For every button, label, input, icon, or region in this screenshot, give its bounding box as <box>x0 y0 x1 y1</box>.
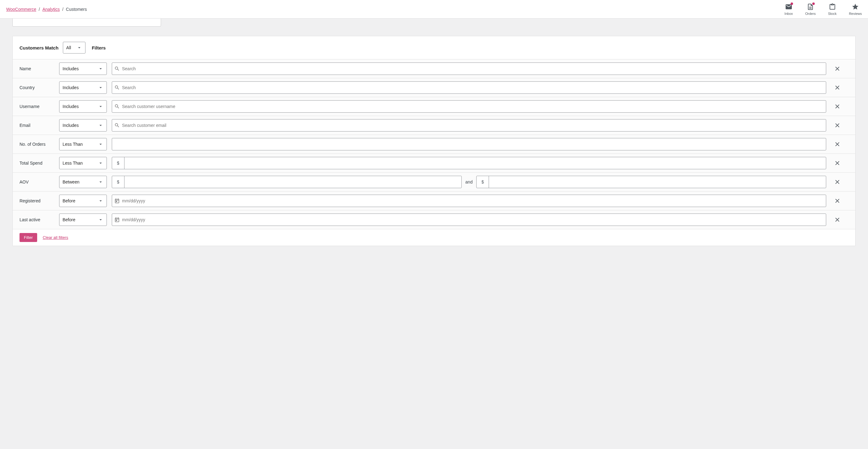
close-icon <box>834 141 841 148</box>
breadcrumb: WooCommerce / Analytics / Customers <box>6 7 87 12</box>
nav-reviews-label: Reviews <box>849 12 862 15</box>
breadcrumb-sep: / <box>39 7 40 12</box>
match-select[interactable]: All <box>63 42 86 54</box>
operator-value: Less Than <box>63 142 83 147</box>
star-icon <box>851 3 859 10</box>
remove-spend-filter[interactable] <box>831 157 843 169</box>
currency-symbol: $ <box>476 176 489 188</box>
breadcrumb-sep: / <box>62 7 63 12</box>
match-select-value: All <box>66 45 71 50</box>
operator-value: Before <box>63 198 75 203</box>
chevron-down-icon <box>98 66 103 71</box>
name-operator-select[interactable]: Includes <box>59 63 107 75</box>
orders-input-wrap <box>112 138 826 150</box>
nav-inbox-label: Inbox <box>784 12 793 15</box>
operator-value: Less Than <box>63 161 83 165</box>
filter-row-spend: Total Spend Less Than $ <box>13 154 855 173</box>
breadcrumb-current: Customers <box>66 7 87 12</box>
username-operator-select[interactable]: Includes <box>59 100 107 113</box>
filter-button[interactable]: Filter <box>20 233 37 242</box>
nav-reviews[interactable]: Reviews <box>849 3 862 15</box>
top-header: WooCommerce / Analytics / Customers Inbo… <box>0 0 868 19</box>
aov-max-wrap: $ <box>476 176 826 188</box>
remove-email-filter[interactable] <box>831 119 843 131</box>
aov-between-wrap: $ and $ <box>112 176 826 188</box>
nav-stock[interactable]: Stock <box>828 3 837 15</box>
last-active-date-input[interactable] <box>122 214 826 226</box>
breadcrumb-woocommerce[interactable]: WooCommerce <box>6 7 36 12</box>
spend-operator-select[interactable]: Less Than <box>59 157 107 169</box>
filters-card-header: Customers Match All Filters <box>13 36 855 59</box>
chevron-down-icon <box>98 85 103 90</box>
registered-date-input[interactable] <box>122 195 826 207</box>
remove-registered-filter[interactable] <box>831 195 843 207</box>
email-search-input[interactable] <box>122 120 826 131</box>
filter-row-orders: No. of Orders Less Than <box>13 135 855 154</box>
email-operator-select[interactable]: Includes <box>59 119 107 131</box>
chevron-down-icon <box>98 179 103 185</box>
operator-value: Before <box>63 217 75 222</box>
calendar-icon <box>112 198 122 203</box>
close-icon <box>834 160 841 166</box>
nav-orders-label: Orders <box>805 12 816 15</box>
between-and-label: and <box>465 180 472 185</box>
remove-aov-filter[interactable] <box>831 176 843 188</box>
breadcrumb-analytics[interactable]: Analytics <box>42 7 60 12</box>
close-icon <box>834 179 841 185</box>
notification-dot <box>812 2 815 5</box>
close-icon <box>834 216 841 223</box>
row-label: Username <box>20 104 54 109</box>
search-icon <box>112 123 122 128</box>
currency-symbol: $ <box>112 176 124 188</box>
filters-card: Customers Match All Filters Name Include… <box>12 36 856 246</box>
clear-filters-link[interactable]: Clear all filters <box>43 235 68 240</box>
chevron-down-icon <box>76 45 82 51</box>
filter-row-registered: Registered Before <box>13 192 855 211</box>
username-search-input[interactable] <box>122 101 826 112</box>
aov-operator-select[interactable]: Between <box>59 176 107 188</box>
last-active-operator-select[interactable]: Before <box>59 214 107 226</box>
email-search-wrap <box>112 119 826 131</box>
remove-username-filter[interactable] <box>831 100 843 113</box>
chevron-down-icon <box>98 160 103 166</box>
notification-dot <box>790 2 793 5</box>
operator-value: Includes <box>63 104 79 109</box>
operator-value: Between <box>63 180 79 185</box>
remove-name-filter[interactable] <box>831 63 843 75</box>
nav-inbox[interactable]: Inbox <box>784 3 793 15</box>
aov-min-wrap: $ <box>112 176 462 188</box>
country-operator-select[interactable]: Includes <box>59 82 107 94</box>
customers-match-label: Customers Match <box>20 45 59 51</box>
row-label: Registered <box>20 198 54 203</box>
row-label: No. of Orders <box>20 142 54 147</box>
aov-max-input[interactable] <box>489 176 826 188</box>
nav-orders[interactable]: Orders <box>805 3 816 15</box>
search-icon <box>112 66 122 71</box>
remove-orders-filter[interactable] <box>831 138 843 150</box>
row-label: AOV <box>20 180 54 185</box>
username-search-wrap <box>112 100 826 113</box>
registered-operator-select[interactable]: Before <box>59 195 107 207</box>
chevron-down-icon <box>98 141 103 147</box>
row-label: Email <box>20 123 54 128</box>
chevron-down-icon <box>98 198 103 203</box>
filter-row-name: Name Includes <box>13 59 855 78</box>
filters-label: Filters <box>92 45 105 51</box>
calendar-icon <box>112 217 122 223</box>
filter-row-aov: AOV Between $ and $ <box>13 173 855 192</box>
remove-country-filter[interactable] <box>831 82 843 94</box>
nav-stock-label: Stock <box>828 12 837 15</box>
aov-min-input[interactable] <box>124 176 461 188</box>
close-icon <box>834 197 841 204</box>
close-icon <box>834 65 841 72</box>
operator-value: Includes <box>63 85 79 90</box>
last-active-date-wrap <box>112 214 826 226</box>
orders-operator-select[interactable]: Less Than <box>59 138 107 150</box>
country-search-input[interactable] <box>122 82 826 93</box>
filters-card-footer: Filter Clear all filters <box>13 229 855 246</box>
spend-input-wrap: $ <box>112 157 826 169</box>
spend-input[interactable] <box>124 157 826 169</box>
orders-input[interactable] <box>112 138 826 150</box>
name-search-input[interactable] <box>122 63 826 74</box>
remove-last-active-filter[interactable] <box>831 214 843 226</box>
